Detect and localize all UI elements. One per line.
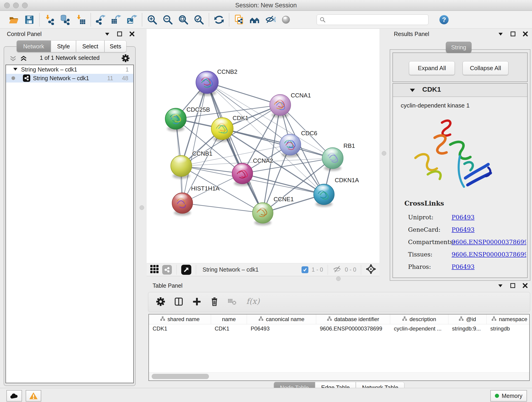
clone-network-button[interactable] bbox=[231, 12, 247, 27]
network-edge[interactable] bbox=[182, 203, 263, 213]
right-splitter-handle[interactable] bbox=[382, 151, 386, 156]
table-cell[interactable]: stringdb bbox=[487, 324, 532, 333]
help-button[interactable]: ? bbox=[436, 12, 452, 27]
crosslink-value-link[interactable]: 9606.ENSP00000378699 bbox=[452, 239, 526, 245]
table-cell[interactable]: P06493 bbox=[247, 324, 316, 333]
table-panel-collapse-icon[interactable] bbox=[497, 282, 504, 289]
column-header-shared-name[interactable]: shared name bbox=[149, 314, 211, 324]
refresh-network-view-button[interactable] bbox=[211, 12, 227, 27]
first-neighbors-button[interactable] bbox=[247, 12, 263, 27]
network-node-CDC25B[interactable]: CDC25B bbox=[165, 106, 210, 132]
table-cell[interactable]: 9606.ENSP00000378699 bbox=[316, 324, 390, 333]
table-cell[interactable]: stringdb:9... bbox=[448, 324, 487, 333]
gene-collapse-caret-icon[interactable] bbox=[409, 88, 415, 94]
column-header--id[interactable]: @id bbox=[448, 314, 487, 324]
crosslink-value-link[interactable]: P06493 bbox=[452, 263, 475, 270]
export-image-button[interactable] bbox=[124, 12, 140, 27]
delete-column-button[interactable] bbox=[210, 297, 219, 307]
table-options-gear-button[interactable] bbox=[156, 297, 165, 307]
memory-button[interactable]: Memory bbox=[490, 390, 527, 402]
network-node-CCNA1[interactable]: CCNA1 bbox=[270, 92, 311, 118]
hidden-eye-icon[interactable] bbox=[332, 265, 342, 274]
results-panel-collapse-icon[interactable] bbox=[497, 31, 504, 37]
delete-table-icon bbox=[228, 302, 237, 306]
column-header-canonical-name[interactable]: canonical name bbox=[247, 314, 316, 324]
tab-style[interactable]: Style bbox=[51, 40, 76, 52]
hide-selected-button[interactable] bbox=[263, 12, 278, 27]
birdseye-grid-icon[interactable] bbox=[150, 264, 159, 275]
open-in-new-window-icon[interactable] bbox=[181, 265, 191, 275]
network-options-gear-icon[interactable] bbox=[121, 54, 130, 63]
network-canvas[interactable]: CCNB2CCNA1CDC25BCDK1CDC6RB1CCNB1CCNA2CDK… bbox=[147, 29, 380, 263]
network-node-CDKN1A[interactable]: CDKN1A bbox=[314, 177, 359, 207]
table-cell[interactable]: CDK1 bbox=[211, 324, 247, 333]
memory-status-dot-icon bbox=[495, 394, 499, 398]
import-network-from-database-button[interactable] bbox=[57, 12, 73, 27]
control-panel-collapse-icon[interactable] bbox=[104, 31, 110, 37]
open-session-button[interactable] bbox=[6, 12, 22, 27]
network-node-CCNE1[interactable]: CCNE1 bbox=[253, 196, 294, 225]
fit-selected-crosshair-icon[interactable] bbox=[366, 264, 376, 276]
search-box[interactable] bbox=[317, 14, 428, 25]
table-cell[interactable]: CDK1 bbox=[149, 324, 211, 333]
column-header-namespace[interactable]: namespace bbox=[487, 314, 532, 324]
network-collection-row[interactable]: String Network – cdk1 1 bbox=[6, 65, 133, 74]
network-node-CCNB1[interactable]: CCNB1 bbox=[171, 150, 212, 179]
bottom-splitter-handle[interactable] bbox=[336, 276, 341, 281]
collection-expand-caret-icon[interactable] bbox=[13, 66, 18, 73]
column-header-label: namespace bbox=[499, 316, 527, 322]
results-panel-float-icon[interactable] bbox=[510, 31, 516, 37]
tab-select[interactable]: Select bbox=[76, 40, 104, 52]
cloud-button[interactable] bbox=[6, 390, 22, 402]
export-table-button[interactable] bbox=[109, 12, 124, 27]
table-horizontal-scrollbar[interactable] bbox=[149, 372, 529, 380]
collapse-all-button[interactable]: Collapse All bbox=[462, 61, 508, 75]
scrollbar-thumb[interactable] bbox=[152, 374, 209, 379]
warning-button[interactable] bbox=[26, 390, 41, 402]
network-node-CCNB2[interactable]: CCNB2 bbox=[196, 68, 237, 96]
node-label-RB1: RB1 bbox=[343, 142, 355, 149]
control-panel-float-icon[interactable] bbox=[116, 31, 123, 37]
network-node-RB1[interactable]: RB1 bbox=[322, 142, 355, 171]
shared-column-icon bbox=[459, 316, 464, 322]
search-input[interactable] bbox=[326, 16, 423, 23]
string-style-icon[interactable] bbox=[162, 265, 172, 274]
graphics-details-button[interactable] bbox=[278, 12, 294, 27]
tab-string[interactable]: String bbox=[446, 42, 472, 53]
crosslink-row: Tissues:9606.ENSP00000378699 bbox=[394, 249, 526, 262]
gene-result-card: CDK1 cyclin-dependent kinase 1 bbox=[393, 83, 528, 278]
show-columns-button[interactable] bbox=[174, 297, 184, 307]
add-column-button[interactable] bbox=[192, 297, 201, 307]
crosslink-value-link[interactable]: P06493 bbox=[452, 214, 475, 221]
crosslink-value-link[interactable]: 9606.ENSP00000378699 bbox=[452, 251, 526, 258]
zoom-selected-region-button[interactable] bbox=[191, 12, 207, 27]
import-table-from-file-button[interactable] bbox=[73, 12, 89, 27]
expand-all-button[interactable]: Expand All bbox=[409, 61, 455, 75]
import-network-from-file-button[interactable] bbox=[42, 12, 57, 27]
table-panel-float-icon[interactable] bbox=[510, 282, 516, 289]
network-edge[interactable] bbox=[207, 82, 280, 105]
network-node-CDC6[interactable]: CDC6 bbox=[280, 130, 317, 157]
zoom-in-button[interactable] bbox=[144, 12, 160, 27]
table-panel-close-icon[interactable] bbox=[522, 282, 528, 289]
table-row[interactable]: CDK1CDK1P064939606.ENSP00000378699cyclin… bbox=[149, 324, 529, 333]
export-network-button[interactable] bbox=[93, 12, 109, 27]
results-panel-close-icon[interactable] bbox=[522, 31, 529, 37]
column-header-description[interactable]: description bbox=[390, 314, 448, 324]
hide-selected-icon bbox=[265, 14, 276, 25]
selected-checkbox-icon[interactable] bbox=[302, 266, 308, 273]
tab-sets[interactable]: Sets bbox=[104, 40, 127, 52]
left-splitter-handle[interactable] bbox=[139, 205, 144, 210]
crosslink-value-link[interactable]: P06493 bbox=[452, 226, 475, 233]
column-header-name[interactable]: name bbox=[211, 314, 247, 324]
column-header-database-identifier[interactable]: database identifier bbox=[316, 314, 390, 324]
save-session-button[interactable] bbox=[22, 12, 37, 27]
network-edge[interactable] bbox=[207, 82, 263, 213]
tab-network[interactable]: Network bbox=[17, 40, 51, 52]
zoom-out-button[interactable] bbox=[160, 12, 176, 27]
table-cell[interactable]: cyclin-dependent ... bbox=[390, 324, 448, 333]
zoom-fit-content-button[interactable] bbox=[176, 12, 191, 27]
network-row[interactable]: String Network – cdk1 11 48 bbox=[6, 74, 133, 83]
network-node-HIST1H1A[interactable]: HIST1H1A bbox=[172, 185, 220, 216]
control-panel-close-icon[interactable] bbox=[129, 31, 135, 37]
